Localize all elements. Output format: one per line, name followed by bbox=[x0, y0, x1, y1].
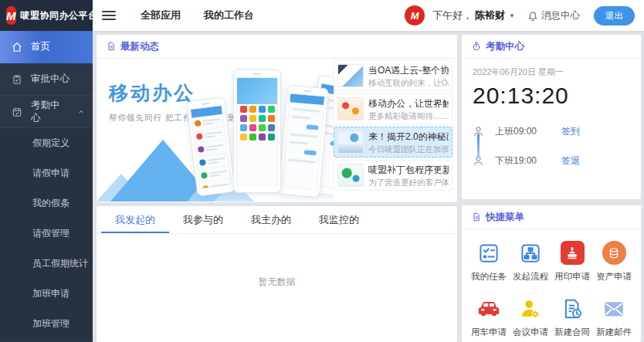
header-right: M 下午好，陈裕财 ▼ 消息中心 退出 bbox=[405, 5, 635, 25]
news-thumbnail bbox=[337, 97, 364, 120]
user-menu[interactable]: 下午好，陈裕财 ▼ bbox=[432, 8, 515, 22]
stamp-icon bbox=[564, 245, 580, 261]
sidebar-item-attendance[interactable]: 考勤中心 bbox=[0, 96, 93, 128]
check-out-link[interactable]: 签退 bbox=[561, 154, 580, 168]
quick-item-seal-apply[interactable]: 用印申请 bbox=[551, 240, 593, 283]
news-thumbnail bbox=[337, 164, 364, 187]
check-in-link[interactable]: 签到 bbox=[561, 125, 580, 138]
banner-headline: 移动办公 bbox=[109, 80, 195, 106]
quick-item-new-mail[interactable]: 新建邮件 bbox=[593, 296, 635, 338]
news-panel: 最新动态 移动办公 帮你领先同行 把工作带出办公室 bbox=[97, 35, 457, 202]
attendance-clock: 20:13:20 bbox=[473, 83, 630, 109]
sidebar-item-home[interactable]: 首页 bbox=[0, 31, 93, 63]
user-avatar[interactable]: M bbox=[405, 5, 425, 25]
news-title: 当OA遇上云-整个协同OA bbox=[368, 64, 449, 77]
quick-item-asset-apply[interactable]: 资产申请 bbox=[593, 240, 635, 283]
news-list: 当OA遇上云-整个协同OA 移动互联的到来，让OA与云 移动办公，让世界触手可 … bbox=[334, 59, 457, 201]
app-window: M 唛盟协同办公平台 全部应用 我的工作台 M 下午好，陈裕财 ▼ 消息中心 退… bbox=[0, 0, 644, 342]
document-icon bbox=[472, 212, 481, 222]
sidebar-item-label: 审批中心 bbox=[31, 73, 69, 86]
bell-icon bbox=[527, 10, 538, 21]
quick-item-label: 新建合同 bbox=[554, 327, 590, 338]
banner-carousel: 移动办公 帮你领先同行 把工作带出办公室 bbox=[97, 59, 334, 201]
sidebar-item-approval[interactable]: 审批中心 bbox=[0, 63, 93, 96]
tasks-panel: 我发起的 我参与的 我主办的 我监控的 暂无数据 bbox=[97, 206, 457, 342]
chevron-up-icon bbox=[77, 108, 85, 116]
news-item[interactable]: 唛盟补丁包程序更新 为了营造更好的客户体验，唛 bbox=[334, 160, 452, 191]
news-desc: 为了营造更好的客户体验，唛 bbox=[368, 177, 449, 188]
app-logo: M bbox=[6, 6, 16, 25]
quick-item-start-flow[interactable]: 发起流程 bbox=[510, 240, 551, 283]
tab-hosted-by-me[interactable]: 我主办的 bbox=[237, 206, 305, 233]
news-desc: 移动互联的到来，让OA与云 bbox=[368, 77, 449, 89]
logout-button[interactable]: 退出 bbox=[594, 6, 635, 25]
news-item-selected[interactable]: 来！揭开2.0的神秘面纱- 今日唛盟团队正在加班加点， bbox=[334, 127, 452, 157]
quick-item-label: 发起流程 bbox=[513, 271, 548, 283]
shift-end-label: 下班19:00 bbox=[495, 154, 561, 168]
news-title: 来！揭开2.0的神秘面纱- bbox=[368, 130, 449, 144]
nav-all-apps[interactable]: 全部应用 bbox=[141, 8, 181, 22]
empty-state-text: 暂无数据 bbox=[97, 234, 457, 289]
quick-item-my-tasks[interactable]: 我的任务 bbox=[468, 240, 510, 283]
attendance-row-checkin: 上班09:00 签到 bbox=[473, 117, 630, 146]
sidebar-subitem-my-leave[interactable]: 我的假条 bbox=[0, 188, 93, 218]
sidebar-subitem-staff-holiday-stats[interactable]: 员工假期统计 bbox=[0, 249, 93, 279]
phone-mockup bbox=[186, 97, 236, 196]
sidebar-item-label: 首页 bbox=[31, 40, 50, 53]
nav-my-workbench[interactable]: 我的工作台 bbox=[204, 8, 254, 22]
news-panel-header: 最新动态 bbox=[97, 35, 457, 59]
phone-mockup bbox=[233, 69, 281, 193]
quick-item-label: 新建邮件 bbox=[596, 327, 632, 338]
sidebar-item-label: 考勤中心 bbox=[31, 99, 69, 125]
approval-icon bbox=[12, 74, 22, 85]
quick-item-meeting-apply[interactable]: 会议申请 bbox=[510, 296, 551, 338]
news-thumbnail bbox=[337, 130, 364, 154]
attendance-row-checkout: 下班19:00 签退 bbox=[473, 146, 630, 175]
meeting-icon bbox=[519, 297, 542, 320]
asset-icon bbox=[606, 245, 622, 261]
sidebar: 首页 审批中心 考勤中心 假期定义 请假申请 我的假条 请假管理 员工假期统计 … bbox=[0, 31, 93, 342]
quick-item-label: 用印申请 bbox=[554, 271, 590, 283]
phone-mockups bbox=[192, 65, 332, 198]
news-item[interactable]: 当OA遇上云-整个协同OA 移动互联的到来，让OA与云 bbox=[334, 60, 452, 91]
news-panel-title: 最新动态 bbox=[120, 40, 159, 53]
quick-menu-grid: 我的任务 发起流程 用印申请 资产申请 bbox=[462, 229, 641, 338]
task-icon bbox=[477, 242, 500, 265]
message-center-button[interactable]: 消息中心 bbox=[527, 9, 580, 22]
app-title: 唛盟协同办公平台 bbox=[21, 9, 98, 22]
quick-item-car-apply[interactable]: 用车申请 bbox=[468, 296, 510, 338]
news-thumbnail bbox=[337, 64, 364, 87]
tab-participated-by-me[interactable]: 我参与的 bbox=[169, 206, 237, 233]
sidebar-subitem-holiday-define[interactable]: 假期定义 bbox=[0, 128, 93, 158]
news-item[interactable]: 移动办公，让世界触手可 更多精彩敬请期待....... bbox=[334, 93, 452, 124]
news-title: 移动办公，让世界触手可 bbox=[368, 97, 449, 110]
page-body: 首页 审批中心 考勤中心 假期定义 请假申请 我的假条 请假管理 员工假期统计 … bbox=[0, 31, 644, 342]
shift-start-label: 上班09:00 bbox=[495, 125, 561, 138]
greeting-text: 下午好， bbox=[432, 8, 473, 22]
timeline-connector bbox=[477, 134, 480, 158]
document-icon bbox=[107, 42, 116, 51]
quick-menu-panel: 快捷菜单 我的任务 发起流程 用印申请 bbox=[462, 205, 641, 342]
sidebar-subitem-overtime-manage[interactable]: 加班管理 bbox=[0, 309, 93, 339]
top-nav: 全部应用 我的工作台 bbox=[141, 8, 254, 22]
attendance-body: 2022年06月20日 星期一 20:13:20 上班09:00 签到 bbox=[462, 59, 641, 175]
attendance-panel-title: 考勤中心 bbox=[486, 40, 524, 53]
menu-toggle-icon[interactable] bbox=[102, 11, 116, 20]
quick-item-new-contract[interactable]: 新建合同 bbox=[551, 296, 593, 338]
username: 陈裕财 bbox=[475, 8, 505, 22]
attendance-panel-header: 考勤中心 bbox=[462, 35, 641, 59]
stopwatch-icon bbox=[472, 42, 481, 51]
quick-item-label: 我的任务 bbox=[471, 271, 507, 283]
attendance-date: 2022年06月20日 星期一 bbox=[473, 66, 630, 78]
tasks-tabs: 我发起的 我参与的 我主办的 我监控的 bbox=[97, 206, 457, 234]
sidebar-subitem-overtime-apply[interactable]: 加班申请 bbox=[0, 279, 93, 309]
sidebar-subitem-leave-manage[interactable]: 请假管理 bbox=[0, 218, 93, 249]
sidebar-subitem-leave-apply[interactable]: 请假申请 bbox=[0, 158, 93, 188]
news-desc: 今日唛盟团队正在加班加点， bbox=[368, 144, 449, 155]
contract-icon bbox=[561, 297, 584, 320]
tab-monitored-by-me[interactable]: 我监控的 bbox=[305, 206, 373, 233]
header-main: 全部应用 我的工作台 M 下午好，陈裕财 ▼ 消息中心 退出 bbox=[93, 0, 644, 31]
tab-initiated-by-me[interactable]: 我发起的 bbox=[101, 206, 169, 233]
news-title: 唛盟补丁包程序更新 bbox=[368, 164, 449, 177]
brand-area: M 唛盟协同办公平台 bbox=[0, 0, 93, 31]
